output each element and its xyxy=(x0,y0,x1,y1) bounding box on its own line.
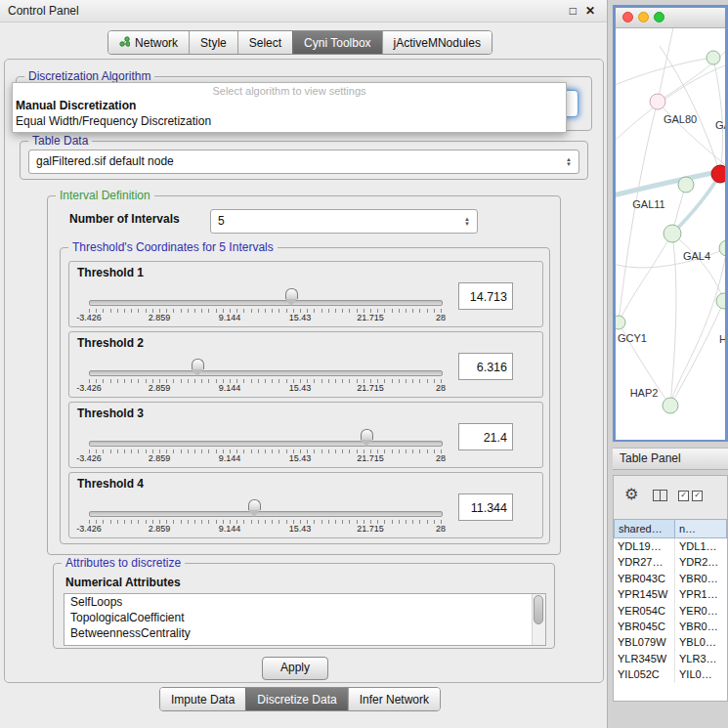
column-header-2[interactable]: n… xyxy=(675,519,727,538)
threshold-value-field[interactable]: 21.4 xyxy=(458,423,513,450)
slider-scale-label: 21.715 xyxy=(357,453,384,463)
tab-select[interactable]: Select xyxy=(237,31,292,54)
table-data-group: Table Data galFiltered.sif default node … xyxy=(20,141,588,180)
table-row[interactable]: YDL19…YDL1… xyxy=(614,538,727,554)
list-item-betweennesscentrality[interactable]: BetweennessCentrality xyxy=(64,625,545,641)
slider-scale-label: 21.715 xyxy=(357,313,384,322)
network-node[interactable] xyxy=(719,240,725,256)
table-row[interactable]: YPR145WYPR1… xyxy=(614,586,727,602)
network-edge xyxy=(616,58,713,87)
slider-track[interactable] xyxy=(89,441,443,447)
slider-track[interactable] xyxy=(89,511,443,517)
tab-cyni-toolbox[interactable]: Cyni Toolbox xyxy=(292,31,381,54)
bottom-tab-impute-data[interactable]: Impute Data xyxy=(160,688,245,710)
table-cell: YLR345W xyxy=(614,651,675,666)
network-canvas[interactable]: GAL80GAGAL11GAL4GCY1HHAP2 xyxy=(616,28,725,440)
slider-scale-label: 2.859 xyxy=(149,313,171,322)
tab-label: Cyni Toolbox xyxy=(304,36,370,50)
network-node[interactable] xyxy=(716,293,725,309)
scrollbar-thumb[interactable] xyxy=(534,595,543,624)
mac-minimize-icon[interactable] xyxy=(638,12,649,22)
slider-track[interactable] xyxy=(89,370,443,376)
slider-scale-label: 15.43 xyxy=(289,524,312,534)
slider-thumb[interactable] xyxy=(192,359,204,376)
bottom-tab-bar: Impute DataDiscretize DataInfer Network xyxy=(159,687,441,711)
bottom-tab-infer-network[interactable]: Infer Network xyxy=(348,688,440,710)
network-edge xyxy=(660,46,720,174)
dropdown-option-equal-width-frequency-discretization[interactable]: Equal Width/Frequency Discretization xyxy=(13,113,566,129)
slider-thumb[interactable] xyxy=(361,429,373,447)
slider-thumb[interactable] xyxy=(285,288,298,306)
network-node[interactable] xyxy=(650,94,665,109)
scrollbar[interactable] xyxy=(532,594,545,645)
table-panel-header: Table Panel xyxy=(613,448,728,470)
apply-button[interactable]: Apply xyxy=(262,657,328,680)
list-item-selfloops[interactable]: SelfLoops xyxy=(64,594,545,610)
slider-scale: -3.4262.8599.14415.4321.71528 xyxy=(69,524,542,535)
group-title: Table Data xyxy=(28,134,92,148)
group-title: Attributes to discretize xyxy=(62,556,185,570)
slider-scale: -3.4262.8599.14415.4321.71528 xyxy=(69,383,542,395)
num-intervals-combo[interactable]: 5 ▲ ▼ xyxy=(210,209,478,234)
network-edge xyxy=(672,234,724,301)
bottom-tab-discretize-data[interactable]: Discretize Data xyxy=(245,688,347,710)
table-header-row: shared…n… xyxy=(614,519,727,538)
gear-icon[interactable]: ⚙ xyxy=(624,487,638,502)
tab-jactivemnodules[interactable]: jActiveMNodules xyxy=(382,31,492,54)
slider-scale-label: 2.859 xyxy=(149,383,171,393)
close-icon[interactable]: ✕ xyxy=(585,4,595,18)
table-row[interactable]: YLR345WYLR3… xyxy=(614,651,727,666)
slider-thumb-tip xyxy=(192,369,203,376)
dropdown-option-manual-discretization[interactable]: Manual Discretization xyxy=(13,98,566,113)
table-data-combo[interactable]: galFiltered.sif default node ▲ ▼ xyxy=(28,150,579,174)
slider-scale-label: 15.43 xyxy=(289,383,312,393)
slider-thumb-cap xyxy=(248,499,261,510)
slider-scale-label: 28 xyxy=(436,383,446,393)
slider-track[interactable] xyxy=(89,300,443,306)
network-edge xyxy=(619,102,658,322)
table-row[interactable]: YIL052CYIL0… xyxy=(614,666,727,682)
network-node[interactable] xyxy=(711,165,725,183)
arrow-down-icon: ▼ xyxy=(566,162,572,167)
network-node-label: GAL4 xyxy=(683,250,710,262)
list-item-topologicalcoefficient[interactable]: TopologicalCoefficient xyxy=(64,610,545,625)
threshold-value-field[interactable]: 11.344 xyxy=(458,493,513,521)
attributes-list[interactable]: SelfLoopsTopologicalCoefficientBetweenne… xyxy=(64,593,546,646)
network-window-titlebar xyxy=(616,8,725,28)
slider-thumb-cap xyxy=(361,429,373,440)
restore-icon[interactable]: □ xyxy=(570,4,577,18)
threshold-label: Threshold 4 xyxy=(77,477,144,491)
network-node[interactable] xyxy=(678,177,694,193)
table-row[interactable]: YBR043CYBR0… xyxy=(614,571,727,586)
table-row[interactable]: YDR27…YDR2… xyxy=(614,554,727,570)
table-cell: YDR27… xyxy=(614,554,675,570)
threshold-value-field[interactable]: 14.713 xyxy=(458,282,513,310)
algorithm-dropdown: Select algorithm to view settings Manual… xyxy=(12,82,567,133)
network-node[interactable] xyxy=(707,51,720,64)
table-row[interactable]: YBL079WYBL0… xyxy=(614,634,727,650)
mac-close-icon[interactable] xyxy=(622,12,633,22)
table-cell: YDL19… xyxy=(614,538,675,554)
slider-thumb[interactable] xyxy=(248,499,261,517)
table-cell: YBR0… xyxy=(675,619,727,634)
table-row[interactable]: YER054CYER0… xyxy=(614,603,727,619)
tab-style[interactable]: Style xyxy=(189,31,237,54)
mac-zoom-icon[interactable] xyxy=(654,12,664,22)
threshold-value-field[interactable]: 6.316 xyxy=(458,353,513,380)
network-node[interactable] xyxy=(663,398,678,413)
tab-network[interactable]: Network xyxy=(108,31,189,54)
panel-tab-bar: NetworkStyleSelectCyni ToolboxjActiveMNo… xyxy=(107,30,492,55)
select-none-icon[interactable]: ✓ xyxy=(692,491,703,501)
network-edge xyxy=(670,234,676,406)
column-header-1[interactable]: shared… xyxy=(614,519,675,538)
table-row[interactable]: YBR045CYBR0… xyxy=(614,619,727,634)
table-panel: ⚙ ✓ ✓ shared…n… YDL19…YDL1…YDR27…YDR2…YB… xyxy=(613,475,728,702)
network-node[interactable] xyxy=(616,316,625,329)
network-node[interactable] xyxy=(664,225,681,242)
stepper-icon[interactable]: ▲ ▼ xyxy=(461,210,473,233)
group-title: Interval Definition xyxy=(56,189,154,202)
select-all-icon[interactable]: ✓ xyxy=(678,491,689,501)
columns-icon[interactable] xyxy=(653,490,667,501)
slider-scale-label: 28 xyxy=(436,313,446,322)
stepper-icon[interactable]: ▲ ▼ xyxy=(563,150,575,173)
